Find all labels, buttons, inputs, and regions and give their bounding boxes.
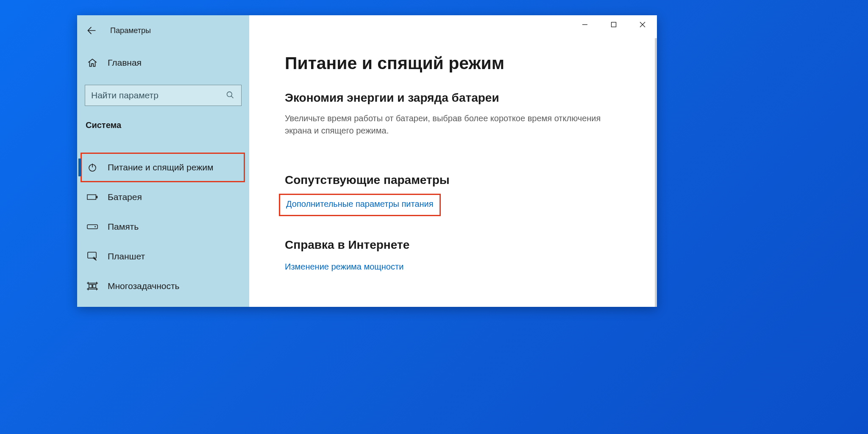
sidebar-item-label: Батарея (108, 192, 142, 202)
section-energy-title: Экономия энергии и заряда батареи (285, 91, 623, 105)
svg-rect-8 (87, 195, 96, 199)
svg-rect-10 (87, 225, 97, 228)
highlight-additional-power: Дополнительные параметры питания (279, 194, 441, 216)
sidebar-item-label: Питание и спящий режим (108, 162, 213, 172)
storage-icon (86, 221, 98, 233)
search-input[interactable] (91, 90, 226, 100)
svg-line-5 (231, 96, 234, 98)
link-additional-power[interactable]: Дополнительные параметры питания (286, 199, 434, 209)
scrollbar[interactable] (655, 38, 657, 307)
home-icon (86, 57, 98, 69)
settings-window: Параметры Главная Система Питание и спящ… (77, 15, 657, 307)
back-button[interactable] (84, 23, 99, 38)
search-input-container[interactable] (85, 85, 242, 106)
sidebar-home-label: Главная (108, 58, 142, 68)
sidebar-item-battery[interactable]: Батарея (77, 182, 249, 212)
sidebar: Параметры Главная Система Питание и спящ… (77, 15, 249, 307)
section-help-title: Справка в Интернете (285, 238, 623, 252)
sidebar-item-power-sleep[interactable]: Питание и спящий режим (81, 153, 245, 182)
power-icon (86, 161, 98, 173)
section-energy-body: Увеличьте время работы от батареи, выбра… (285, 112, 615, 137)
tablet-icon (86, 250, 98, 262)
sidebar-category: Система (86, 120, 121, 130)
sidebar-item-multitask[interactable]: Многозадачность (77, 271, 249, 301)
svg-rect-16 (93, 284, 96, 288)
battery-icon (86, 191, 98, 203)
sidebar-item-label: Планшет (108, 251, 145, 262)
search-icon (226, 91, 235, 100)
window-controls (570, 15, 657, 36)
sidebar-item-label: Память (108, 222, 139, 232)
sidebar-nav-list: Питание и спящий режим Батарея Память Пл… (77, 153, 249, 301)
svg-rect-1 (612, 22, 616, 27)
sidebar-home[interactable]: Главная (86, 57, 142, 69)
svg-point-4 (227, 92, 232, 97)
maximize-button[interactable] (599, 15, 628, 34)
close-button[interactable] (628, 15, 657, 34)
sidebar-item-label: Многозадачность (108, 281, 179, 291)
svg-rect-9 (96, 196, 97, 198)
minimize-button[interactable] (570, 15, 599, 34)
multitask-icon (86, 280, 98, 292)
content-pane: Питание и спящий режим Экономия энергии … (249, 15, 657, 307)
sidebar-item-storage[interactable]: Память (77, 212, 249, 242)
svg-rect-12 (88, 252, 96, 258)
section-related-title: Сопутствующие параметры (285, 173, 623, 187)
svg-rect-15 (89, 284, 92, 288)
app-title: Параметры (110, 23, 151, 38)
sidebar-item-tablet[interactable]: Планшет (77, 242, 249, 271)
page-title: Питание и спящий режим (285, 53, 623, 73)
svg-point-11 (95, 226, 96, 228)
link-change-power-mode[interactable]: Изменение режима мощности (285, 262, 403, 272)
